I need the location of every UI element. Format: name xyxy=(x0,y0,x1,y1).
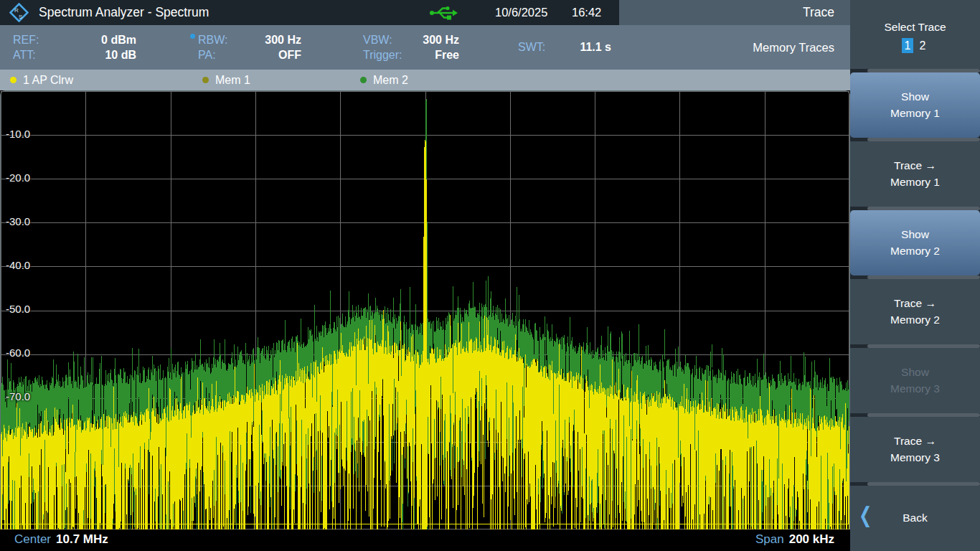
rbw-setting[interactable]: RBW: 300 Hz xyxy=(198,34,301,47)
att-value: 10 dB xyxy=(105,49,136,62)
trace-selector: 1 2 xyxy=(902,38,928,53)
softkey-trace-to-memory-2[interactable]: Trace → Memory 2 xyxy=(850,276,980,344)
legend-item-trace1[interactable]: 1 AP Clrw xyxy=(10,70,73,90)
rbw-label: RBW: xyxy=(198,34,227,47)
rs-logo-icon: R S xyxy=(9,3,29,22)
mem2-legend-label: Mem 2 xyxy=(373,74,408,87)
y-axis-tick-label: -20.0 xyxy=(6,171,30,184)
trace1-legend-label: 1 AP Clrw xyxy=(23,74,73,87)
pa-value: OFF xyxy=(278,49,301,62)
trace1-color-dot-icon xyxy=(10,77,17,83)
settings-col-vbw-trigger: VBW: 300 Hz Trigger: Free xyxy=(363,25,459,70)
spectrum-plot[interactable]: -10.0-20.0-30.0-40.0-50.0-60.0-70.0 xyxy=(0,90,850,530)
sweep-time-setting[interactable]: SWT: 11.1 s xyxy=(518,41,611,54)
active-menu-title: Trace xyxy=(803,0,834,25)
trigger-value: Free xyxy=(435,49,459,62)
trace-legend-bar: 1 AP Clrw Mem 1 Mem 2 xyxy=(0,70,850,90)
trace-option-1[interactable]: 1 xyxy=(902,38,913,53)
softkey-select-trace: Select Trace 1 2 xyxy=(850,0,980,69)
softkey-label-line2: Memory 1 xyxy=(890,105,940,121)
preamp-setting[interactable]: PA: OFF xyxy=(198,49,301,62)
y-axis-tick-label: -50.0 xyxy=(6,303,30,315)
softkey-label-line1: Show xyxy=(901,227,929,242)
settings-bar: REF: 0 dBm ATT: 10 dB RBW: 300 Hz PA: OF… xyxy=(0,25,850,70)
frequency-axis-bar: Center10.7 MHz Span200 kHz xyxy=(0,529,850,551)
back-label: Back xyxy=(903,510,927,526)
settings-col-rbw-pa: RBW: 300 Hz PA: OFF xyxy=(198,25,301,70)
softkey-show-memory-3: Show Memory 3 xyxy=(850,344,980,413)
ref-value: 0 dBm xyxy=(101,34,136,47)
pa-label: PA: xyxy=(198,49,216,62)
svg-text:S: S xyxy=(19,14,22,20)
att-label: ATT: xyxy=(13,49,36,62)
rbw-value: 300 Hz xyxy=(265,34,301,47)
softkey-label-line1: Show xyxy=(901,364,929,380)
trigger-setting[interactable]: Trigger: Free xyxy=(363,49,459,62)
softkey-label-line2: Memory 1 xyxy=(890,174,940,190)
ref-label: REF: xyxy=(13,34,39,47)
y-axis-tick-label: -10.0 xyxy=(6,128,30,140)
softkey-sidebar: Select Trace 1 2 Show Memory 1 Trace → M… xyxy=(850,0,980,551)
y-axis-tick-label: -60.0 xyxy=(6,347,30,359)
softkey-label-line1: Show xyxy=(901,89,929,105)
window-title: Spectrum Analyzer - Spectrum xyxy=(39,0,209,25)
softkey-show-memory-1[interactable]: Show Memory 1 xyxy=(850,69,980,138)
span-value: 200 kHz xyxy=(789,532,834,546)
trace-option-2[interactable]: 2 xyxy=(917,38,928,53)
attenuation-setting[interactable]: ATT: 10 dB xyxy=(13,49,136,62)
trace1-path xyxy=(1,140,849,529)
mem1-legend-label: Mem 1 xyxy=(215,74,250,87)
manual-coupling-dot-icon xyxy=(190,34,195,39)
vbw-label: VBW: xyxy=(363,34,392,47)
softkey-label-line2: Memory 2 xyxy=(890,243,940,259)
center-value: 10.7 MHz xyxy=(56,532,108,546)
mem1-color-dot-icon xyxy=(202,77,209,83)
ref-level-setting[interactable]: REF: 0 dBm xyxy=(13,34,136,47)
softkey-label-line1: Trace → xyxy=(894,296,936,311)
time-label: 16:42 xyxy=(572,0,601,25)
legend-item-mem1[interactable]: Mem 1 xyxy=(202,70,250,90)
softkey-trace-to-memory-3[interactable]: Trace → Memory 3 xyxy=(850,413,980,482)
vbw-value: 300 Hz xyxy=(423,34,459,47)
spectrum-traces-canvas xyxy=(1,91,849,529)
settings-col-ref-att: REF: 0 dBm ATT: 10 dB xyxy=(13,25,136,70)
swt-label: SWT: xyxy=(518,41,545,54)
title-bar: R S Spectrum Analyzer - Spectrum 10/6/20… xyxy=(0,0,850,25)
select-trace-label: Select Trace xyxy=(884,19,946,35)
span-setting[interactable]: Span200 kHz xyxy=(755,529,834,551)
softkey-label-line2: Memory 3 xyxy=(890,381,940,397)
softkey-label-line1: Trace → xyxy=(894,158,936,174)
y-axis-tick-label: -30.0 xyxy=(6,215,30,227)
trigger-label: Trigger: xyxy=(363,49,402,62)
legend-item-mem2[interactable]: Mem 2 xyxy=(360,70,408,90)
usb-icon xyxy=(429,4,458,21)
menu-section-label: Memory Traces xyxy=(753,25,834,70)
spectrum-analyzer-screen: R S Spectrum Analyzer - Spectrum 10/6/20… xyxy=(0,0,980,551)
swt-value: 11.1 s xyxy=(580,41,611,54)
center-frequency[interactable]: Center10.7 MHz xyxy=(14,529,108,551)
center-label: Center xyxy=(14,532,51,546)
softkey-trace-to-memory-1[interactable]: Trace → Memory 1 xyxy=(850,138,980,207)
date-label: 10/6/2025 xyxy=(495,0,547,25)
mem2-color-dot-icon xyxy=(360,77,367,83)
softkey-show-memory-2[interactable]: Show Memory 2 xyxy=(850,207,980,276)
settings-col-swt: SWT: 11.1 s xyxy=(518,25,611,70)
y-axis-tick-label: -70.0 xyxy=(6,390,30,402)
softkey-label-line1: Trace → xyxy=(894,433,936,449)
y-axis-tick-label: -40.0 xyxy=(6,259,30,271)
main-area: R S Spectrum Analyzer - Spectrum 10/6/20… xyxy=(0,0,850,551)
span-label: Span xyxy=(755,532,784,546)
softkey-label-line2: Memory 2 xyxy=(890,312,940,328)
active-menu-band: Trace xyxy=(619,0,850,25)
softkey-label-line2: Memory 3 xyxy=(890,450,940,466)
svg-text:R: R xyxy=(14,7,19,14)
softkey-back[interactable]: Back xyxy=(850,482,980,551)
vbw-setting[interactable]: VBW: 300 Hz xyxy=(363,34,459,47)
